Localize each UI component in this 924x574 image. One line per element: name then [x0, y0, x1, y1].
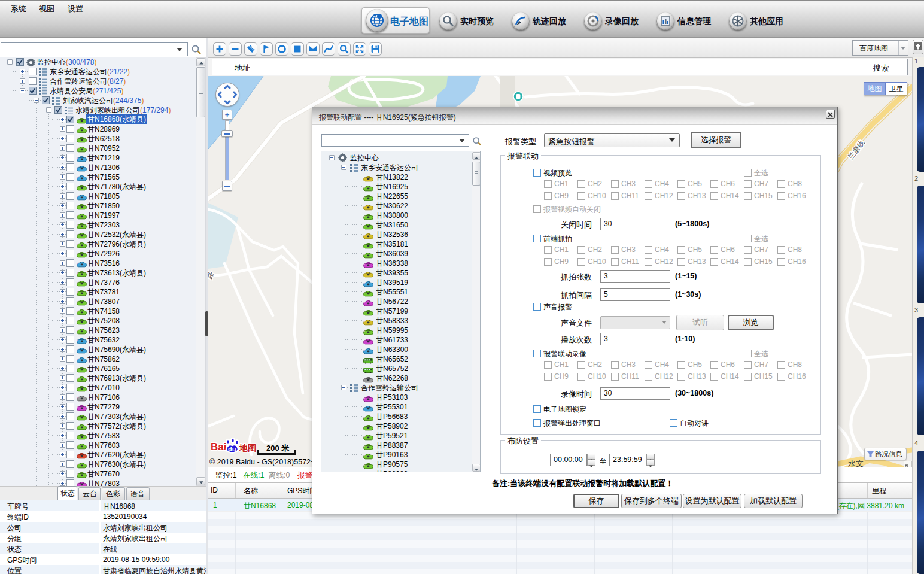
svg-text:du: du — [228, 445, 236, 452]
svg-text:Bai: Bai — [211, 441, 226, 452]
svg-text:地图: 地图 — [239, 443, 256, 452]
svg-text:水文: 水文 — [848, 459, 864, 467]
